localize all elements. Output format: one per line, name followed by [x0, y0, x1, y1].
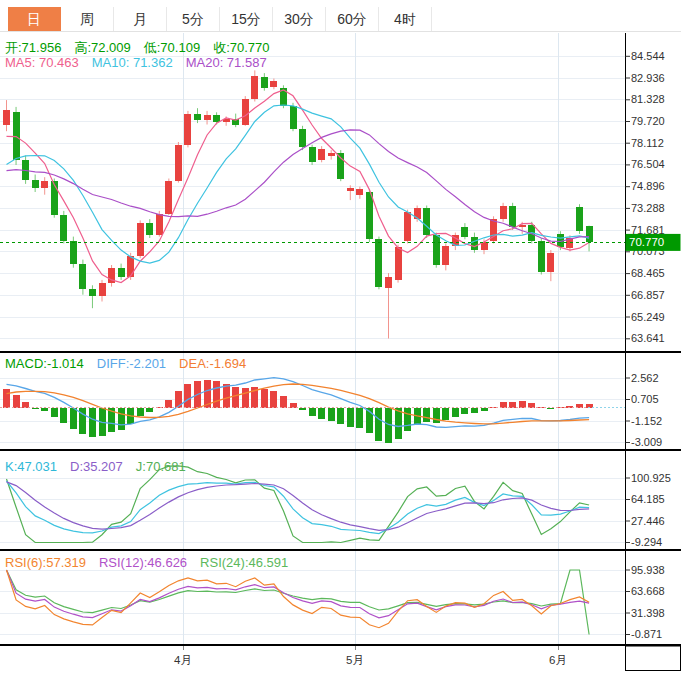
y-axis-label: 63.641 — [631, 332, 665, 344]
svg-text:70.770: 70.770 — [629, 236, 664, 248]
x-axis-label: 5月 — [346, 654, 364, 666]
y-axis-label: 79.720 — [631, 115, 665, 127]
y-axis-label: -1.152 — [631, 415, 662, 427]
y-axis-label: 71.681 — [631, 224, 665, 236]
y-axis-label: 81.328 — [631, 93, 665, 105]
y-axis-label: 100.925 — [631, 472, 671, 484]
tab-week[interactable]: 周 — [61, 7, 114, 31]
y-axis-label: 76.504 — [631, 158, 665, 170]
tab-60min[interactable]: 60分 — [326, 7, 379, 31]
y-axis-label: 68.465 — [631, 267, 665, 279]
x-axis-label: 6月 — [549, 654, 567, 666]
y-axis-label: 2.562 — [631, 372, 659, 384]
y-axis-label: 95.938 — [631, 564, 665, 576]
y-axis-label: 64.185 — [631, 493, 665, 505]
chart-canvas[interactable]: 84.54482.93681.32879.72078.11276.50474.8… — [0, 0, 681, 676]
tab-day[interactable]: 日 — [8, 7, 61, 31]
y-axis-label: -0.871 — [631, 628, 662, 640]
current-price-tag: 70.770 — [626, 234, 681, 251]
axis-corner-box — [626, 646, 681, 671]
chart-window: 84.54482.93681.32879.72078.11276.50474.8… — [0, 0, 681, 676]
y-axis-label: 0.705 — [631, 393, 659, 405]
tab-bar: 日周月5分15分30分60分4时 — [0, 0, 681, 32]
y-axis-label: 31.398 — [631, 607, 665, 619]
y-axis-label: 84.544 — [631, 50, 665, 62]
y-axis-label: 66.857 — [631, 289, 665, 301]
tab-4hour[interactable]: 4时 — [379, 7, 432, 31]
tab-month[interactable]: 月 — [114, 7, 167, 31]
x-axis-label: 4月 — [174, 654, 192, 666]
y-axis-label: 82.936 — [631, 72, 665, 84]
tab-30min[interactable]: 30分 — [273, 7, 326, 31]
tab-15min[interactable]: 15分 — [220, 7, 273, 31]
y-axis-label: 63.668 — [631, 585, 665, 597]
y-axis-label: 74.896 — [631, 180, 665, 192]
y-axis-label: 78.112 — [631, 137, 664, 149]
y-axis-label: 73.288 — [631, 202, 665, 214]
y-axis-label: 65.249 — [631, 311, 665, 323]
y-axis-label: -3.009 — [631, 436, 662, 448]
y-axis-label: -9.294 — [631, 536, 662, 548]
tab-5min[interactable]: 5分 — [167, 7, 220, 31]
y-axis-label: 27.446 — [631, 515, 665, 527]
